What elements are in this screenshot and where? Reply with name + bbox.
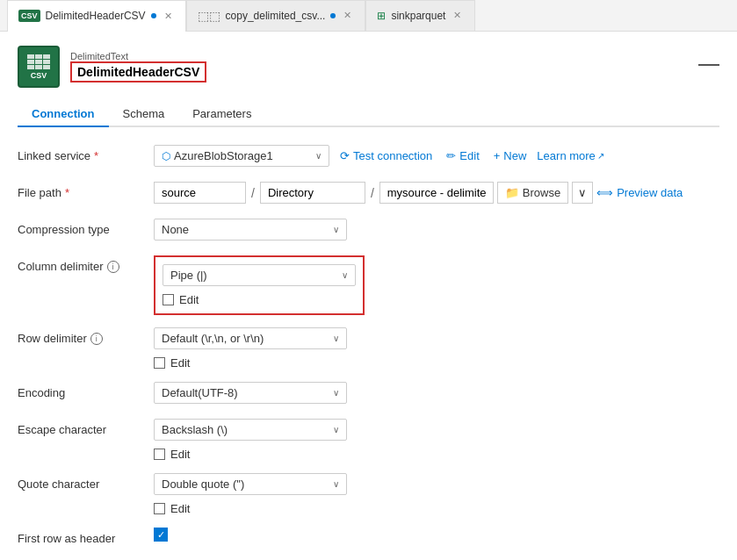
column-delimiter-section: Pipe (|) ∨ Edit <box>154 255 365 315</box>
browse-button[interactable]: 📁 Browse <box>497 182 568 204</box>
edit-icon: ✏ <box>446 149 456 162</box>
sub-tab-connection[interactable]: Connection <box>18 102 109 127</box>
linked-service-value: AzureBlobStorage1 <box>174 149 273 162</box>
linked-service-label: Linked service * <box>18 145 154 162</box>
tab-csv-dot <box>151 13 156 18</box>
compression-type-value: None <box>162 223 189 236</box>
row-delimiter-label: Row delimiter i <box>18 327 154 345</box>
tab-copy-label: copy_delimited_csv... <box>226 10 326 22</box>
sink-icon: ⊞ <box>377 10 386 22</box>
encoding-dropdown[interactable]: Default(UTF-8) ∨ <box>154 382 347 404</box>
dataset-name: DelimitedHeaderCSV <box>70 61 206 83</box>
tab-copy[interactable]: ⬚⬚ copy_delimited_csv... ✕ <box>186 0 366 32</box>
column-delimiter-value: Pipe (|) <box>170 269 207 282</box>
compression-type-control: None ∨ <box>154 219 347 241</box>
dropdown-arrow-icon: ∨ <box>315 151 322 161</box>
column-delimiter-control: Pipe (|) ∨ Edit <box>154 255 365 315</box>
escape-character-control: Backslash (\) ∨ Edit <box>154 419 347 461</box>
column-delimiter-info-icon[interactable]: i <box>107 261 119 273</box>
column-delimiter-edit-label: Edit <box>179 293 199 306</box>
dataset-header: CSV DelimitedText DelimitedHeaderCSV <box>18 46 719 88</box>
dataset-title-block: DelimitedText DelimitedHeaderCSV <box>70 51 206 83</box>
form-section: Linked service * ⬡ AzureBlobStorage1 ∨ ⟳… <box>18 145 719 560</box>
row-delimiter-dropdown-arrow: ∨ <box>333 334 339 343</box>
column-delimiter-dropdown[interactable]: Pipe (|) ∨ <box>163 264 356 286</box>
quote-character-edit-row: Edit <box>154 502 347 515</box>
plus-icon: + <box>494 149 501 162</box>
sub-tab-parameters[interactable]: Parameters <box>178 102 265 127</box>
first-row-header-label: First row as header <box>18 528 154 545</box>
row-delimiter-edit-label: Edit <box>170 356 190 370</box>
file-path-row: File path * / / 📁 Browse ∨ ⟺ Preview dat… <box>18 182 719 206</box>
encoding-dropdown-arrow: ∨ <box>333 388 339 398</box>
file-path-source-input[interactable] <box>154 182 246 204</box>
checkbox-check-icon: ✓ <box>157 529 165 541</box>
column-delimiter-label: Column delimiter i <box>18 255 154 273</box>
escape-character-edit-label: Edit <box>170 448 190 461</box>
encoding-row: Encoding Default(UTF-8) ∨ <box>18 382 719 406</box>
row-delimiter-edit-checkbox[interactable] <box>154 357 165 369</box>
encoding-value: Default(UTF-8) <box>162 386 238 399</box>
tab-sink-label: sinkparquet <box>391 10 445 22</box>
test-connection-button[interactable]: ⟳ Test connection <box>336 147 436 164</box>
tab-sink[interactable]: ⊞ sinkparquet ✕ <box>365 0 475 32</box>
first-row-header-checkbox[interactable]: ✓ <box>154 528 168 542</box>
linked-service-dropdown[interactable]: ⬡ AzureBlobStorage1 ∨ <box>154 145 329 167</box>
path-separator-2: / <box>369 186 376 200</box>
dataset-type: DelimitedText <box>70 51 206 61</box>
column-delimiter-edit-checkbox[interactable] <box>163 294 174 305</box>
quote-dropdown-arrow: ∨ <box>333 479 339 489</box>
collapse-handle[interactable] <box>698 64 719 66</box>
file-path-label: File path * <box>18 182 154 199</box>
quote-character-control: Double quote (") ∨ Edit <box>154 473 347 515</box>
browse-dropdown-arrow[interactable]: ∨ <box>572 182 593 204</box>
edit-linked-service-button[interactable]: ✏ Edit <box>443 147 482 164</box>
encoding-control: Default(UTF-8) ∨ <box>154 382 347 404</box>
browse-folder-icon: 📁 <box>505 186 519 199</box>
sub-tabs: Connection Schema Parameters <box>18 102 719 127</box>
main-content: CSV DelimitedText DelimitedHeaderCSV Con… <box>0 32 737 560</box>
row-delimiter-control: Default (\r,\n, or \r\n) ∨ Edit <box>154 327 347 370</box>
path-separator-1: / <box>249 186 257 200</box>
file-path-file-input[interactable] <box>379 182 494 204</box>
row-delimiter-value: Default (\r,\n, or \r\n) <box>162 332 264 345</box>
required-star-path: * <box>65 186 69 199</box>
new-linked-service-button[interactable]: + New <box>490 147 531 164</box>
quote-character-value: Double quote (") <box>162 477 244 491</box>
tab-bar: CSV DelimitedHeaderCSV ✕ ⬚⬚ copy_delimit… <box>0 0 737 32</box>
tab-sink-close[interactable]: ✕ <box>451 9 464 22</box>
quote-character-edit-checkbox[interactable] <box>154 503 165 514</box>
tab-csv[interactable]: CSV DelimitedHeaderCSV ✕ <box>7 0 186 32</box>
file-path-directory-input[interactable] <box>260 182 365 204</box>
escape-character-dropdown[interactable]: Backslash (\) ∨ <box>154 419 347 441</box>
copy-icon: ⬚⬚ <box>198 9 220 23</box>
escape-character-edit-checkbox[interactable] <box>154 449 165 460</box>
column-delimiter-edit-row: Edit <box>163 293 356 306</box>
csv-icon: CSV <box>18 10 40 22</box>
preview-data-button[interactable]: ⟺ Preview data <box>596 186 683 199</box>
first-row-header-row: First row as header ✓ <box>18 528 719 552</box>
compression-type-dropdown[interactable]: None ∨ <box>154 219 347 241</box>
quote-character-label: Quote character <box>18 473 154 491</box>
learn-more-link[interactable]: Learn more ↗ <box>537 149 603 162</box>
escape-dropdown-arrow: ∨ <box>333 425 339 434</box>
escape-character-label: Escape character <box>18 419 154 436</box>
external-link-icon: ↗ <box>597 151 604 161</box>
quote-character-edit-label: Edit <box>170 502 190 515</box>
row-delimiter-info-icon[interactable]: i <box>90 333 103 345</box>
row-delimiter-dropdown[interactable]: Default (\r,\n, or \r\n) ∨ <box>154 327 347 349</box>
col-delimiter-dropdown-arrow: ∨ <box>342 270 348 280</box>
required-star: * <box>94 149 98 162</box>
tab-copy-close[interactable]: ✕ <box>341 9 354 22</box>
compression-type-label: Compression type <box>18 219 154 236</box>
column-delimiter-row: Column delimiter i Pipe (|) ∨ Edit <box>18 255 719 315</box>
tab-csv-close[interactable]: ✕ <box>162 10 175 23</box>
dataset-csv-icon: CSV <box>18 46 60 88</box>
test-connection-icon: ⟳ <box>340 149 350 162</box>
quote-character-dropdown[interactable]: Double quote (") ∨ <box>154 473 347 495</box>
sub-tab-schema[interactable]: Schema <box>109 102 179 127</box>
escape-character-row: Escape character Backslash (\) ∨ Edit <box>18 419 719 461</box>
azure-storage-icon: ⬡ <box>162 150 170 162</box>
escape-character-edit-row: Edit <box>154 448 347 461</box>
filepath-controls: / / 📁 Browse ∨ ⟺ Preview data <box>154 182 683 204</box>
